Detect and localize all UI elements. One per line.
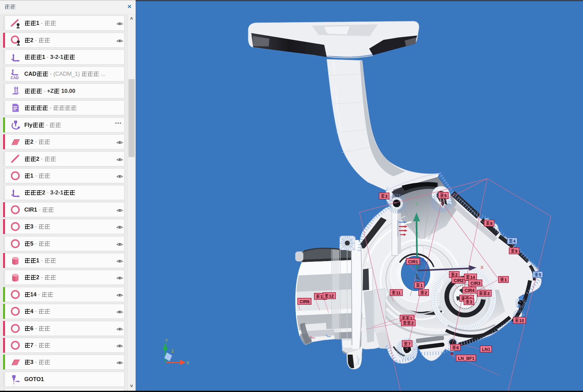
- svg-text:12: 12: [329, 294, 334, 299]
- svg-text:9: 9: [515, 249, 518, 254]
- svg-text:LN1: LN1: [482, 347, 490, 352]
- svg-text:2: 2: [487, 291, 490, 296]
- svg-text:Y: Y: [165, 338, 168, 343]
- svg-text:1: 1: [420, 283, 423, 288]
- svg-text:3: 3: [385, 194, 388, 199]
- svg-text:CIR4: CIR4: [465, 288, 475, 293]
- svg-text:LN_BF1: LN_BF1: [458, 356, 475, 361]
- svg-text:5: 5: [444, 193, 447, 198]
- svg-text:2: 2: [425, 290, 427, 295]
- svg-text:1: 1: [504, 277, 507, 282]
- svg-text:8: 8: [490, 221, 493, 226]
- svg-text:4: 4: [513, 239, 516, 244]
- svg-text:X: X: [186, 361, 189, 365]
- svg-text:Y: Y: [415, 201, 418, 207]
- svg-text:Z: Z: [421, 257, 424, 262]
- svg-text:14: 14: [470, 275, 475, 280]
- svg-text:6: 6: [456, 345, 459, 350]
- svg-text:CIR3: CIR3: [470, 281, 480, 286]
- svg-text:CIR1: CIR1: [408, 259, 418, 264]
- svg-text:7: 7: [408, 342, 411, 347]
- svg-text:10: 10: [519, 318, 524, 323]
- svg-text:5: 5: [539, 272, 541, 277]
- svg-text:2: 2: [411, 321, 414, 326]
- svg-text:CIR2: CIR2: [454, 278, 464, 283]
- svg-text:2: 2: [455, 272, 458, 277]
- svg-text:3: 3: [470, 299, 472, 304]
- svg-text:11: 11: [396, 290, 401, 295]
- svg-text:Z: Z: [171, 349, 174, 353]
- svg-text:CIR6: CIR6: [300, 299, 310, 304]
- svg-text:X: X: [480, 265, 484, 270]
